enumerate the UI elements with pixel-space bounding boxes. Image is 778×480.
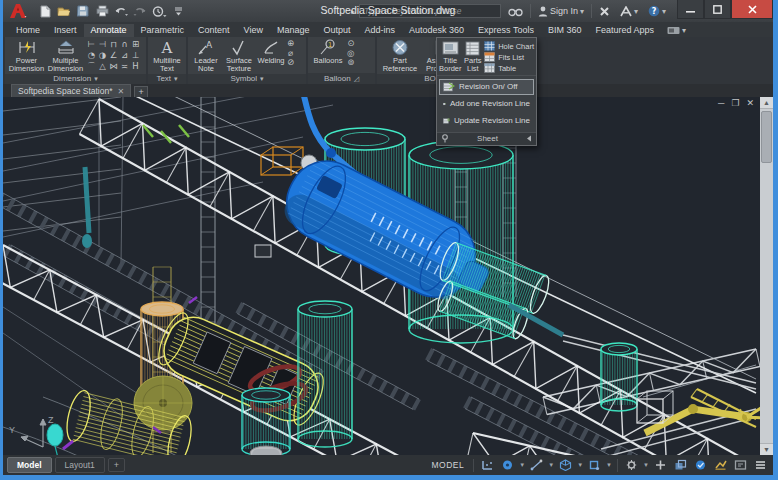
tab-annotate[interactable]: Annotate xyxy=(84,24,134,37)
customize-qat-button[interactable] xyxy=(170,4,186,19)
close-button[interactable] xyxy=(731,0,773,19)
menu-item-revision-on-off[interactable]: Revision On/ Off xyxy=(439,79,534,95)
tab-insert[interactable]: Insert xyxy=(47,24,84,37)
workspace-switch-button[interactable] xyxy=(151,4,167,19)
vertical-scrollbar[interactable]: ▲ ▼ xyxy=(760,97,773,455)
minimize-button[interactable] xyxy=(677,0,704,19)
tab-view[interactable]: View xyxy=(237,24,270,37)
isolate-objects-button[interactable] xyxy=(672,458,689,473)
redo-button[interactable] xyxy=(132,4,148,19)
chevron-down-icon[interactable]: ▼ xyxy=(577,462,583,468)
tab-parametric[interactable]: Parametric xyxy=(134,24,192,37)
symbol-tool-icon[interactable]: ⌀ xyxy=(287,49,294,58)
new-layout-button[interactable]: + xyxy=(108,458,125,472)
tab-output[interactable]: Output xyxy=(317,24,358,37)
menu-item-add-revision-line[interactable]: Add one Revision Line xyxy=(439,96,534,112)
chevron-down-icon[interactable]: ▼ xyxy=(643,462,649,468)
chevron-down-icon[interactable]: ▼ xyxy=(606,462,612,468)
panel-label-text[interactable]: Text▾ xyxy=(148,74,186,85)
model-space-indicator[interactable]: MODEL xyxy=(432,460,465,470)
sign-in-button[interactable]: Sign In ▾ xyxy=(535,3,587,19)
annotation-plus-button[interactable] xyxy=(652,458,669,473)
dimension-tool-icon[interactable]: ⊥ xyxy=(130,50,141,61)
dimension-tool-icon[interactable]: ⊓ xyxy=(108,39,119,50)
isometric-drafting-toggle[interactable] xyxy=(557,458,574,473)
balloon-tool-icon[interactable]: ⊚ xyxy=(347,58,354,67)
dimension-tool-icon[interactable]: ∩ xyxy=(119,39,130,50)
autodesk-360-button[interactable]: ▾ xyxy=(617,3,641,19)
undo-button[interactable] xyxy=(113,4,129,19)
surface-texture-button[interactable]: Surface Texture xyxy=(223,38,255,74)
dimension-tool-icon[interactable]: ◔ xyxy=(86,50,97,61)
tab-add-ins[interactable]: Add-ins xyxy=(358,24,403,37)
polar-tracking-toggle[interactable] xyxy=(528,458,545,473)
grid-toggle[interactable] xyxy=(479,458,496,473)
close-tab-icon[interactable]: ✕ xyxy=(118,87,125,96)
search-button[interactable] xyxy=(505,3,526,19)
object-snap-toggle[interactable] xyxy=(586,458,603,473)
menu-item-update-revision-line[interactable]: Update Revision Line xyxy=(439,113,534,129)
title-border-button[interactable]: Title Border xyxy=(439,40,462,74)
doc-close-icon[interactable]: ✕ xyxy=(746,99,754,108)
dimension-tool-icon[interactable]: ≍ xyxy=(119,61,130,72)
dimension-tool-icon[interactable]: ∠ xyxy=(108,50,119,61)
layout1-tab[interactable]: Layout1 xyxy=(55,457,105,473)
sheet-panel-footer[interactable]: Sheet xyxy=(437,132,536,145)
tab-home[interactable]: Home xyxy=(9,24,47,37)
workspace-gear-button[interactable] xyxy=(623,458,640,473)
power-dimension-button[interactable]: Power Dimension xyxy=(8,38,45,74)
dimension-tool-icon[interactable]: H xyxy=(130,61,141,72)
chevron-down-icon[interactable]: ▼ xyxy=(519,462,525,468)
balloon-tool-icon[interactable]: ⊙ xyxy=(347,39,354,48)
performance-button[interactable] xyxy=(712,458,729,473)
doc-minimize-icon[interactable]: ─ xyxy=(718,99,724,108)
doc-restore-icon[interactable]: ❐ xyxy=(731,99,739,108)
dimension-tool-icon[interactable]: ⋈ xyxy=(108,61,119,72)
tab-featured-apps[interactable]: Featured Apps xyxy=(588,24,661,37)
leader-note-button[interactable]: A Leader Note xyxy=(191,38,221,74)
exchange-apps-button[interactable] xyxy=(596,3,613,19)
dimension-tool-icon[interactable]: ⌒ xyxy=(86,61,97,72)
file-tab-active[interactable]: Softpedia Space Station* ✕ xyxy=(11,84,131,97)
multiple-dimension-button[interactable]: Multiple Dimension xyxy=(47,38,84,74)
scroll-up-arrow[interactable]: ▲ xyxy=(760,97,773,109)
part-reference-button[interactable]: Part Reference xyxy=(380,38,420,74)
plot-button[interactable] xyxy=(94,4,110,19)
symbol-tool-icon[interactable]: ⊕ xyxy=(287,39,294,48)
maximize-button[interactable] xyxy=(704,0,731,19)
tab-content[interactable]: Content xyxy=(191,24,237,37)
panel-label-symbol[interactable]: Symbol▾ xyxy=(188,74,306,85)
ribbon-display-toggle[interactable]: ▾ xyxy=(661,26,692,37)
new-drawing-tab-button[interactable]: + xyxy=(134,86,148,97)
table-button[interactable]: Table xyxy=(484,63,534,73)
panel-label-balloon[interactable]: Balloon◿ xyxy=(308,73,375,84)
model-space-canvas[interactable]: ZY ─ ❐ ✕ ▲ ▼ xyxy=(3,97,773,455)
symbol-tool-icon[interactable]: ⊘ xyxy=(287,58,294,67)
dimension-tool-icon[interactable]: ⊿ xyxy=(119,50,130,61)
application-menu-button[interactable] xyxy=(5,1,31,21)
parts-list-button[interactable]: Parts List xyxy=(464,40,483,74)
welding-button[interactable]: Welding xyxy=(257,38,285,65)
dimension-tool-icon[interactable]: ⊞ xyxy=(130,39,141,50)
save-file-button[interactable] xyxy=(75,4,91,19)
open-file-button[interactable] xyxy=(56,4,72,19)
scroll-down-arrow[interactable]: ▼ xyxy=(760,443,773,455)
multiline-text-button[interactable]: A Multiline Text xyxy=(151,38,183,74)
dimension-tool-icon[interactable]: ⊣ xyxy=(97,39,108,50)
hardware-acceleration-button[interactable] xyxy=(692,458,709,473)
tab-express-tools[interactable]: Express Tools xyxy=(471,24,541,37)
dimension-tool-icon[interactable]: ◑ xyxy=(97,50,108,61)
chevron-down-icon[interactable]: ▼ xyxy=(548,462,554,468)
dimension-tool-icon[interactable]: ⊢ xyxy=(86,39,97,50)
balloon-tool-icon[interactable]: ◎ xyxy=(347,49,354,58)
help-button[interactable]: ? ▾ xyxy=(645,3,669,19)
fits-list-button[interactable]: Fits List xyxy=(484,52,534,62)
clean-screen-button[interactable] xyxy=(732,458,749,473)
balloons-button[interactable]: 1 Balloons xyxy=(311,38,345,65)
hole-chart-button[interactable]: Hole Chart xyxy=(484,41,534,51)
customization-menu-button[interactable] xyxy=(752,458,769,473)
snap-toggle[interactable] xyxy=(499,458,516,473)
tab-manage[interactable]: Manage xyxy=(270,24,317,37)
tab-autodesk-360[interactable]: Autodesk 360 xyxy=(402,24,471,37)
scrollbar-thumb[interactable] xyxy=(761,111,772,163)
